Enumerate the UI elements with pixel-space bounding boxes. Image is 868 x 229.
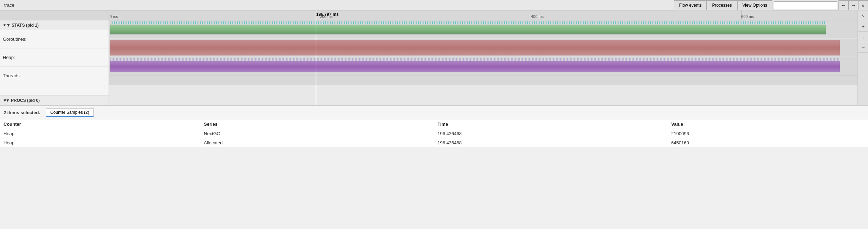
- cell-series: Allocated: [200, 138, 434, 148]
- threads-label: Threads:: [0, 67, 109, 85]
- column-value: Value: [668, 119, 868, 129]
- fit-button[interactable]: ↔: [858, 42, 868, 53]
- threads-noise: [110, 58, 840, 61]
- heap-label: Heap:: [0, 48, 109, 67]
- procs-row: [109, 75, 868, 85]
- cell-time: 196.436468: [434, 129, 668, 138]
- stats-arrow: ▼: [3, 23, 6, 27]
- heap-bar: [110, 40, 840, 55]
- toolbar: trace Flow events Processes View Options…: [0, 0, 868, 11]
- threads-track[interactable]: [109, 57, 868, 75]
- cell-counter: Heap: [0, 138, 200, 148]
- column-time: Time: [434, 119, 668, 129]
- data-table: Counter Series Time Value HeapNextGC196.…: [0, 119, 868, 148]
- tick-400ms: 400 ms: [531, 14, 544, 19]
- left-panel: ▼ ▼ STATS (pid 1) Goroutines: Heap: Thre…: [0, 11, 109, 105]
- counter-samples-tab[interactable]: Counter Samples (2): [46, 108, 94, 117]
- cursor-time-display: 196.797 ms: [316, 12, 339, 17]
- cell-time: 196.436468: [434, 138, 668, 148]
- flow-events-button[interactable]: Flow events: [674, 0, 707, 10]
- goroutines-bar: [110, 25, 826, 34]
- cell-value: 2190096: [668, 129, 868, 138]
- toolbar-title: trace: [0, 2, 35, 8]
- bottom-tabs: 2 items selected. Counter Samples (2): [0, 106, 868, 119]
- forward-button[interactable]: →: [848, 0, 858, 10]
- table-header-row: Counter Series Time Value: [0, 119, 868, 129]
- table-row: HeapNextGC196.4364682190096: [0, 129, 868, 138]
- goroutines-noise-top: [110, 21, 826, 24]
- scroll-buttons: ↖ + ↓ ↔: [857, 11, 868, 105]
- trace-container: ▼ ▼ STATS (pid 1) Goroutines: Heap: Thre…: [0, 11, 868, 105]
- select-tool-button[interactable]: ↖: [858, 11, 868, 21]
- more-button[interactable]: »: [858, 0, 868, 10]
- items-selected: 2 items selected.: [4, 110, 43, 115]
- view-options-button[interactable]: View Options: [737, 0, 772, 10]
- processes-button[interactable]: Processes: [707, 0, 737, 10]
- bottom-panel: 2 items selected. Counter Samples (2) Co…: [0, 105, 868, 148]
- stats-section-header[interactable]: ▼ ▼ STATS (pid 1): [0, 20, 109, 30]
- stats-header-label: ▼ STATS (pid 1): [6, 23, 39, 28]
- column-counter: Counter: [0, 119, 200, 129]
- back-button[interactable]: ←: [838, 0, 848, 10]
- cell-value: 6450160: [668, 138, 868, 148]
- cell-counter: Heap: [0, 129, 200, 138]
- goroutines-label: Goroutines:: [0, 30, 109, 48]
- procs-section-header[interactable]: ▼ ▼ PROCS (pid 0): [0, 95, 109, 105]
- tick-0ms: 0 ms: [110, 14, 118, 19]
- heap-track[interactable]: [109, 39, 868, 57]
- table-row: HeapAllocated196.4364686450160: [0, 138, 868, 148]
- toolbar-buttons: Flow events Processes View Options ← → »: [674, 0, 868, 10]
- zoom-in-button[interactable]: +: [858, 21, 868, 32]
- goroutines-track[interactable]: [109, 20, 868, 39]
- column-series: Series: [200, 119, 434, 129]
- cell-series: NextGC: [200, 129, 434, 138]
- tracks-area: [109, 20, 868, 94]
- tick-600ms: 600 ms: [741, 14, 754, 19]
- right-panel[interactable]: 0 ms 200 ms 400 ms 600 ms 196.797 ms: [109, 11, 868, 105]
- threads-bar: [110, 61, 840, 72]
- procs-header-label: ▼ PROCS (pid 0): [6, 98, 40, 103]
- search-input[interactable]: [774, 1, 837, 9]
- timeline-header: 0 ms 200 ms 400 ms 600 ms 196.797 ms: [109, 11, 868, 20]
- timeline-header-spacer: [0, 11, 109, 20]
- zoom-out-button[interactable]: ↓: [858, 32, 868, 42]
